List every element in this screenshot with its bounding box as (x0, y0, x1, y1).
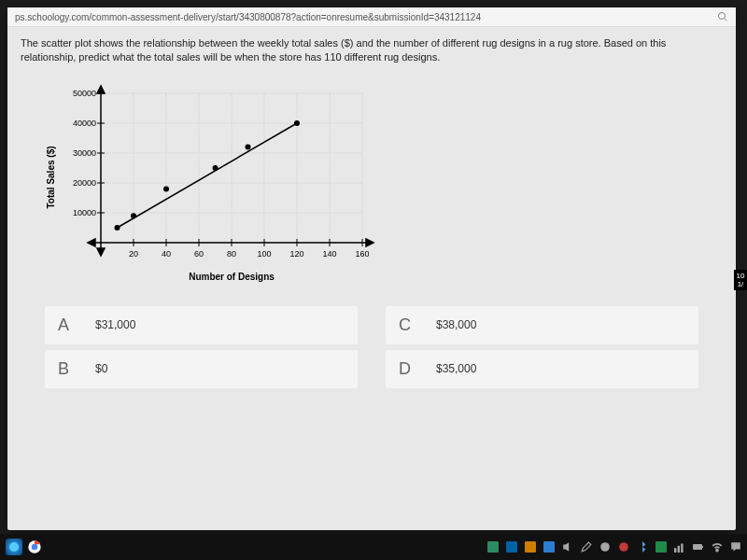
svg-marker-19 (97, 86, 105, 93)
tray-app-icon[interactable] (525, 541, 536, 553)
svg-rect-65 (674, 548, 676, 553)
trend-line (118, 123, 298, 228)
browser-window: ps.schoology.com/common-assessment-deliv… (7, 7, 736, 530)
svg-text:20000: 20000 (73, 178, 96, 188)
network-icon[interactable] (674, 541, 685, 553)
svg-rect-64 (655, 541, 667, 553)
start-button[interactable] (6, 539, 22, 555)
svg-text:50000: 50000 (73, 89, 96, 98)
url-bar: ps.schoology.com/common-assessment-deliv… (7, 7, 736, 27)
svg-line-1 (725, 19, 727, 21)
svg-text:40000: 40000 (73, 119, 96, 128)
volume-icon[interactable] (562, 541, 573, 553)
svg-rect-61 (543, 541, 555, 553)
svg-rect-68 (693, 544, 702, 550)
svg-point-63 (619, 542, 628, 552)
windows-icon (8, 541, 20, 553)
svg-rect-59 (506, 541, 517, 553)
x-ticks: 20 40 60 80 100 120 140 160 (129, 249, 370, 259)
svg-text:120: 120 (289, 249, 303, 259)
answer-option-d[interactable]: D $35,000 (386, 350, 698, 388)
svg-text:60: 60 (194, 249, 204, 259)
svg-point-53 (246, 144, 251, 149)
tray-icon[interactable] (618, 541, 629, 553)
tray-app-icon[interactable] (543, 541, 555, 553)
svg-rect-66 (678, 546, 680, 553)
svg-marker-21 (88, 239, 95, 246)
svg-text:10000: 10000 (73, 208, 96, 217)
clock-bottom: 1/ (736, 280, 745, 288)
svg-marker-22 (97, 248, 105, 256)
answer-letter: C (399, 315, 436, 335)
wifi-icon[interactable] (712, 541, 723, 553)
scatter-plot: Total Sales ($) Number of Designs (7, 75, 362, 289)
bluetooth-icon[interactable] (637, 541, 648, 553)
answer-option-c[interactable]: C $38,000 (386, 306, 698, 344)
svg-point-0 (719, 13, 726, 20)
svg-rect-69 (702, 546, 703, 548)
answer-grid: A $31,000 C $38,000 B $0 D $35,000 (7, 289, 736, 405)
answer-text: $35,000 (436, 362, 476, 375)
tray-app-icon[interactable] (487, 541, 499, 553)
svg-point-70 (716, 550, 718, 552)
answer-text: $38,000 (436, 318, 476, 331)
battery-icon[interactable] (693, 541, 704, 553)
svg-text:40: 40 (162, 249, 171, 259)
svg-marker-20 (366, 239, 374, 246)
svg-text:140: 140 (322, 249, 336, 259)
chrome-icon (27, 539, 42, 554)
svg-text:20: 20 (129, 249, 138, 259)
chrome-button[interactable] (26, 539, 43, 555)
y-axis-label: Total Sales ($) (46, 146, 56, 208)
tray-app-icon[interactable] (506, 541, 517, 553)
search-icon[interactable] (717, 11, 728, 22)
answer-letter: A (58, 315, 95, 335)
svg-text:30000: 30000 (73, 148, 96, 158)
pen-icon[interactable] (581, 541, 592, 553)
svg-text:160: 160 (355, 249, 369, 259)
svg-point-49 (115, 225, 120, 231)
answer-letter: B (58, 359, 95, 379)
svg-point-52 (213, 165, 218, 171)
question-text: The scatter plot shows the relationship … (7, 27, 736, 75)
svg-point-55 (9, 542, 19, 552)
tray-icon[interactable] (655, 541, 667, 553)
tray-icon[interactable] (599, 541, 611, 553)
answer-option-b[interactable]: B $0 (45, 350, 358, 388)
svg-rect-58 (487, 541, 499, 553)
axes (88, 86, 374, 256)
system-tray (487, 541, 741, 553)
clock-top: 10 (736, 272, 745, 280)
svg-rect-60 (525, 541, 536, 553)
svg-text:80: 80 (227, 249, 236, 259)
svg-point-50 (131, 213, 136, 218)
grid-lines (101, 93, 362, 243)
answer-letter: D (399, 359, 436, 379)
svg-rect-67 (681, 543, 683, 553)
url-text: ps.schoology.com/common-assessment-deliv… (15, 12, 481, 22)
taskbar (0, 534, 747, 560)
answer-text: $0 (95, 362, 107, 375)
svg-point-51 (163, 186, 169, 191)
answer-text: $31,000 (95, 318, 135, 331)
x-axis-label: Number of Designs (189, 272, 275, 282)
chart-svg: Total Sales ($) Number of Designs (45, 84, 381, 289)
y-ticks: 10000 20000 30000 40000 50000 (73, 89, 96, 217)
svg-point-62 (600, 542, 610, 552)
svg-point-54 (294, 120, 300, 126)
answer-option-a[interactable]: A $31,000 (45, 306, 358, 344)
action-center-icon[interactable] (730, 541, 741, 553)
svg-text:100: 100 (257, 249, 271, 259)
clock-widget: 10 1/ (734, 270, 747, 290)
